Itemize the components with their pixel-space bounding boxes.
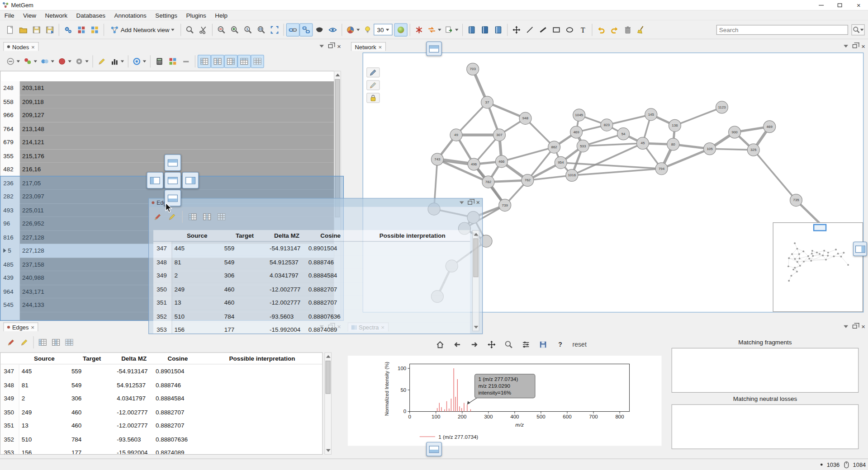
network-node[interactable]: 794 <box>655 163 668 175</box>
cell-source[interactable]: 445 <box>172 242 222 255</box>
cell-cosine[interactable]: 0.888746 <box>153 378 202 392</box>
tab-close-button[interactable]: × <box>379 44 382 49</box>
dock-guide-right[interactable] <box>182 172 199 189</box>
forward-button[interactable] <box>468 338 481 351</box>
network-node[interactable]: 49 <box>450 129 462 141</box>
freeze-first-column-button[interactable] <box>198 55 211 68</box>
freeze-columns-button[interactable] <box>200 210 213 223</box>
cell-interpretation[interactable] <box>202 405 323 419</box>
cell-cosine[interactable]: 0.8901504 <box>306 242 355 255</box>
node-size-combo[interactable]: 30 <box>361 23 394 36</box>
pixmap-column-button[interactable] <box>73 55 90 68</box>
collapse-button[interactable] <box>180 55 193 68</box>
cell-delta-mz[interactable]: -93.5603 <box>267 310 306 323</box>
network-node[interactable]: 1123 <box>716 101 728 113</box>
columns-visibility-button[interactable] <box>5 55 22 68</box>
network-node[interactable]: 703 <box>467 63 479 75</box>
cell-target[interactable]: 460 <box>222 282 267 296</box>
cell-delta-mz[interactable]: -15.992004 <box>267 323 306 334</box>
dock-edge-indicator-right[interactable] <box>853 242 867 256</box>
network-node[interactable]: 105 <box>704 143 716 155</box>
close-dock-button[interactable]: × <box>337 43 341 49</box>
nodes-table-row[interactable]: 966209,127 <box>0 108 334 122</box>
row-header[interactable]: 348 <box>0 378 19 392</box>
database-button-2[interactable] <box>479 23 492 36</box>
edges-table-row[interactable]: 353156177-15.9920040.8874089 <box>0 446 322 455</box>
menu-network[interactable]: Network <box>41 10 72 20</box>
edges-table-row[interactable]: 3488154954.9125370.888746 <box>0 378 322 392</box>
mz-parent-cell[interactable]: 209,127 <box>20 108 334 122</box>
cell-delta-mz[interactable]: 54.912537 <box>267 255 306 269</box>
dock-edge-indicator-bottom[interactable] <box>426 442 441 456</box>
edges-table-row[interactable]: 353156177-15.9920040.8874089 <box>153 323 470 334</box>
cell-interpretation[interactable] <box>355 269 470 282</box>
network-node[interactable]: 533 <box>577 140 589 152</box>
unfreeze-columns-button[interactable] <box>224 55 237 68</box>
highlight-column-button[interactable] <box>95 55 109 68</box>
network-node[interactable]: 743 <box>431 153 443 165</box>
tab-network[interactable]: Network × <box>351 42 386 51</box>
network-node[interactable]: 45 <box>636 137 649 150</box>
freeze-first-column-button[interactable] <box>36 336 49 349</box>
column-header-target[interactable]: Target <box>69 353 114 364</box>
cell-target[interactable]: 559 <box>69 365 114 378</box>
reset-button[interactable]: reset <box>571 338 588 351</box>
view-standards-button[interactable] <box>131 55 148 68</box>
formula-button[interactable] <box>153 55 166 68</box>
link-selection-toggle[interactable] <box>286 23 299 36</box>
close-button[interactable]: × <box>849 0 868 10</box>
cell-delta-mz[interactable]: -12.002777 <box>267 282 306 296</box>
close-dock-button[interactable]: × <box>861 324 865 329</box>
column-header-cosine[interactable]: Cosine <box>153 353 202 364</box>
network-node[interactable]: 823 <box>601 119 613 131</box>
column-header-source[interactable]: Source <box>172 230 222 241</box>
row-header[interactable]: 355 <box>0 149 20 163</box>
back-button[interactable] <box>451 338 464 351</box>
cluster-button[interactable] <box>166 55 179 68</box>
move-tool-button[interactable] <box>510 23 523 36</box>
network-minimap[interactable] <box>773 222 863 312</box>
minimize-button[interactable] <box>811 0 830 10</box>
cell-target[interactable]: 306 <box>222 269 267 282</box>
mz-parent-cell[interactable]: 214,121 <box>20 136 334 149</box>
row-header[interactable]: 966 <box>0 108 20 122</box>
cell-interpretation[interactable] <box>202 432 323 446</box>
row-header[interactable]: 347 <box>153 242 172 255</box>
cell-delta-mz[interactable]: -54.913147 <box>114 365 153 378</box>
node-size-column-button[interactable] <box>39 55 56 68</box>
cell-delta-mz[interactable]: -93.5603 <box>114 432 153 446</box>
edges-table-row[interactable]: 34923064.03417970.8884584 <box>153 269 470 282</box>
export-image-button[interactable] <box>443 23 460 36</box>
freeze-columns-button[interactable] <box>211 55 224 68</box>
cell-target[interactable]: 177 <box>69 446 114 455</box>
open-project-button[interactable] <box>17 23 30 36</box>
cell-cosine[interactable]: 0.8884584 <box>153 392 202 405</box>
curate-button[interactable] <box>197 23 210 36</box>
mz-parent-cell[interactable]: 213,148 <box>20 122 334 136</box>
network-node[interactable]: 862 <box>548 141 560 153</box>
network-node[interactable]: 900 <box>729 126 741 138</box>
freeze-rows-button[interactable] <box>237 55 251 68</box>
cell-source[interactable]: 156 <box>19 446 69 455</box>
cell-cosine[interactable]: 0.8874089 <box>306 323 355 334</box>
database-button-1[interactable] <box>465 23 478 36</box>
cell-source[interactable]: 13 <box>19 418 69 432</box>
dock-guide-top[interactable] <box>164 154 181 171</box>
menu-help[interactable]: Help <box>210 10 232 20</box>
freeze-columns-button[interactable] <box>49 336 62 349</box>
cell-delta-mz[interactable]: 4.0341797 <box>267 269 306 282</box>
column-header-delta-mz[interactable]: Delta MZ <box>267 230 306 241</box>
network-node[interactable]: 325 <box>747 144 759 156</box>
row-header[interactable]: 350 <box>0 405 19 419</box>
network-node[interactable]: 54 <box>617 128 630 140</box>
freeze-first-column-button[interactable] <box>186 210 199 223</box>
cell-target[interactable]: 549 <box>222 255 267 269</box>
column-header-delta-mz[interactable]: Delta MZ <box>114 353 153 364</box>
network-node[interactable]: 37 <box>481 96 493 108</box>
maximize-button[interactable] <box>830 0 849 10</box>
network-node[interactable]: 954 <box>555 156 567 169</box>
row-header[interactable]: 764 <box>0 122 20 136</box>
float-dock-button[interactable] <box>853 44 857 48</box>
tab-nodes[interactable]: Nodes × <box>3 42 38 51</box>
row-header[interactable]: 349 <box>153 269 172 282</box>
